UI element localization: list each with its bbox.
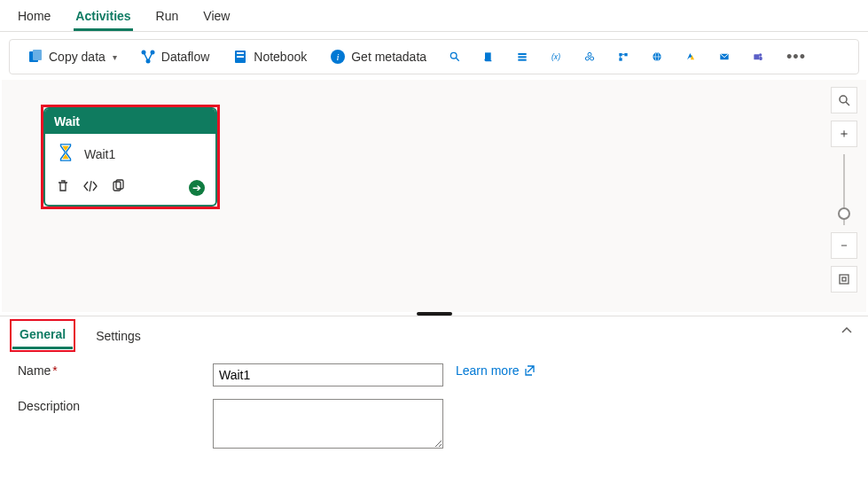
- copy-data-label: Copy data: [49, 50, 106, 64]
- tab-general[interactable]: General: [12, 322, 73, 349]
- zoom-controls: ＋ －: [829, 87, 859, 293]
- svg-line-11: [456, 58, 458, 60]
- svg-text:(x): (x): [551, 52, 560, 61]
- activity-name-label: Wait1: [84, 147, 115, 161]
- svg-rect-21: [624, 53, 627, 56]
- activity-highlight: Wait Wait1 ➔ ↷: [41, 105, 220, 209]
- svg-point-18: [590, 57, 594, 60]
- properties-panel: General Settings Name* Learn more Descri…: [0, 316, 868, 475]
- property-tabs: General Settings: [0, 316, 868, 349]
- svg-point-17: [585, 57, 589, 60]
- svg-rect-27: [754, 54, 759, 59]
- lookup-icon[interactable]: [444, 46, 465, 67]
- svg-point-28: [759, 53, 762, 56]
- collapse-panel-icon[interactable]: [840, 324, 854, 340]
- svg-point-32: [840, 96, 847, 103]
- menu-view[interactable]: View: [201, 5, 231, 31]
- webhook-icon[interactable]: [579, 46, 600, 67]
- code-icon[interactable]: [82, 179, 98, 196]
- delete-icon[interactable]: [56, 179, 70, 196]
- learn-more-link[interactable]: Learn more: [456, 363, 536, 378]
- info-icon: i: [330, 49, 346, 65]
- zoom-handle[interactable]: [838, 207, 850, 220]
- run-icon[interactable]: ➔: [189, 180, 205, 196]
- stored-procedure-icon[interactable]: [512, 46, 533, 67]
- menu-activities[interactable]: Activities: [74, 5, 132, 31]
- name-label: Name*: [18, 363, 213, 378]
- copy-icon[interactable]: [111, 179, 125, 196]
- top-menu: Home Activities Run View: [0, 0, 868, 32]
- copy-data-icon: [27, 49, 43, 65]
- azure-icon[interactable]: [680, 46, 701, 67]
- svg-rect-29: [759, 57, 762, 60]
- svg-point-10: [450, 52, 457, 59]
- required-icon: *: [52, 363, 57, 378]
- svg-rect-1: [33, 50, 42, 60]
- svg-rect-13: [518, 53, 526, 55]
- svg-rect-12: [485, 52, 491, 60]
- outlook-icon[interactable]: [714, 46, 735, 67]
- menu-run[interactable]: Run: [154, 5, 181, 31]
- chevron-down-icon: ▾: [113, 52, 117, 62]
- svg-rect-15: [518, 59, 526, 61]
- teams-icon[interactable]: [747, 46, 769, 67]
- fit-to-screen-button[interactable]: [831, 266, 857, 293]
- description-input[interactable]: [213, 399, 443, 449]
- svg-rect-22: [619, 58, 622, 60]
- svg-rect-20: [619, 53, 622, 56]
- svg-point-19: [588, 52, 591, 56]
- zoom-slider[interactable]: [843, 154, 845, 225]
- svg-rect-6: [237, 52, 244, 54]
- svg-rect-14: [518, 56, 526, 58]
- activity-type-label: Wait: [45, 109, 215, 134]
- script-icon[interactable]: [478, 46, 499, 67]
- tab-settings[interactable]: Settings: [89, 324, 148, 348]
- menu-home[interactable]: Home: [16, 5, 52, 31]
- notebook-icon: [232, 49, 248, 65]
- general-form: Name* Learn more Description: [0, 349, 868, 475]
- pipeline-canvas[interactable]: Wait Wait1 ➔ ↷: [2, 80, 866, 312]
- set-variable-icon[interactable]: (x): [545, 46, 567, 67]
- get-metadata-button[interactable]: i Get metadata: [325, 45, 432, 68]
- copy-data-button[interactable]: Copy data ▾: [22, 45, 122, 68]
- more-button[interactable]: •••: [781, 48, 811, 66]
- wait-activity-card[interactable]: Wait Wait1 ➔ ↷: [43, 107, 217, 207]
- description-label: Description: [18, 399, 213, 413]
- ribbon-toolbar: Copy data ▾ Dataflow Notebook i Get meta…: [9, 39, 859, 74]
- notebook-button[interactable]: Notebook: [227, 45, 312, 68]
- svg-text:i: i: [337, 51, 340, 62]
- pipeline-icon[interactable]: [613, 46, 634, 67]
- get-metadata-label: Get metadata: [351, 50, 426, 64]
- web-icon[interactable]: [646, 46, 668, 67]
- svg-rect-35: [842, 277, 846, 281]
- dataflow-button[interactable]: Dataflow: [135, 45, 215, 68]
- dataflow-label: Dataflow: [161, 50, 209, 64]
- zoom-out-button[interactable]: －: [831, 232, 857, 259]
- zoom-in-button[interactable]: ＋: [831, 121, 857, 147]
- notebook-label: Notebook: [254, 50, 307, 64]
- dataflow-icon: [140, 49, 156, 65]
- name-input[interactable]: [213, 363, 443, 386]
- svg-rect-34: [840, 275, 848, 284]
- hourglass-icon: [56, 143, 75, 165]
- search-canvas-button[interactable]: [831, 87, 857, 113]
- svg-rect-7: [237, 56, 244, 58]
- svg-line-33: [846, 102, 849, 105]
